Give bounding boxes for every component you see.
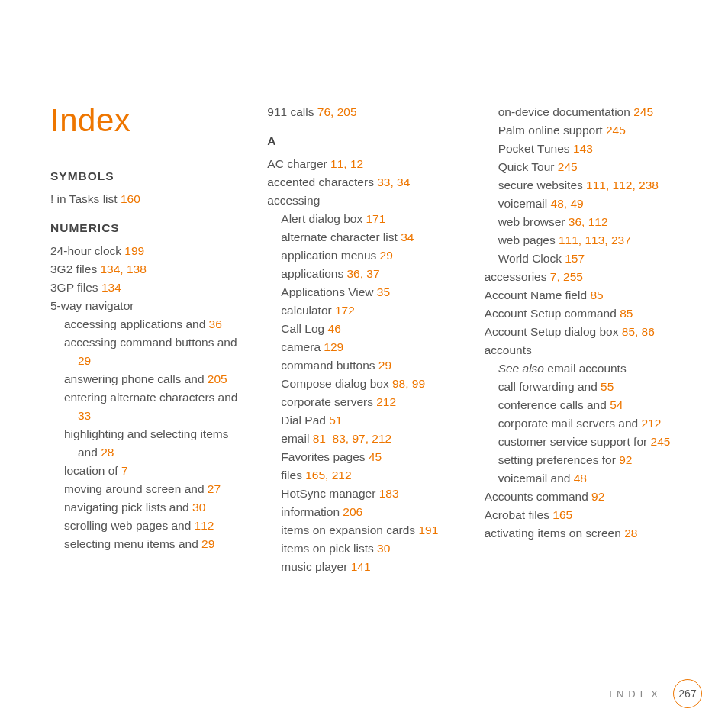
page-link[interactable]: 36, 112 [569,215,608,228]
entry-3g2: 3G2 files 134, 138 [50,260,248,279]
sub-call-log: Call Log 46 [281,320,465,338]
page-number: 267 [678,688,696,700]
page-link[interactable]: 29 [78,354,91,367]
page-link[interactable]: 160 [121,192,140,205]
page-link[interactable]: 29 [380,249,393,262]
page-link[interactable]: 35 [377,285,390,298]
entry-accounts-cmd: Accounts command 92 [485,488,682,506]
entry-5way: 5-way navigator [50,297,248,315]
page-link[interactable]: 7 [121,464,128,477]
title-rule [50,150,134,150]
page-link[interactable]: 143 [573,142,593,155]
page-link[interactable]: 29 [201,537,214,550]
sub-setting-prefs: setting preferences for 92 [498,451,682,469]
sub-answering-phone: answering phone calls and 205 [64,370,248,388]
page-link[interactable]: 28 [624,527,637,540]
sub-entering-alt: entering alternate characters and 33 [64,388,248,425]
sub-calculator: calculator 172 [281,301,465,320]
sub-selecting-menu: selecting menu items and 29 [64,535,248,553]
page-link[interactable]: 30 [192,501,205,514]
page-link[interactable]: 245 [606,124,626,137]
page-link[interactable]: 134, 138 [100,263,146,275]
sub-dial-pad: Dial Pad 51 [281,411,465,430]
page-link[interactable]: 183 [379,487,399,500]
footer-label: INDEX [609,688,662,700]
page-link[interactable]: 36, 37 [347,267,380,280]
column-2: 911 calls 76, 205 A AC charger 11, 12 ac… [267,95,465,576]
page-title: Index [50,95,248,145]
page-link[interactable]: 45 [369,450,382,463]
page-link[interactable]: 212 [376,395,396,408]
page-link[interactable]: 36 [209,317,222,330]
sub-pocket-tunes: Pocket Tunes 143 [498,140,682,158]
page-link[interactable]: 112 [195,519,214,532]
entry-activating: activating items on screen 28 [485,524,682,543]
page-link[interactable]: 171 [366,212,385,225]
section-head-numerics: NUMERICS [50,219,248,237]
page-link[interactable]: 129 [324,340,343,353]
entry-account-setup-cmd: Account Setup command 85 [485,304,682,323]
sub-information: information 206 [281,503,465,521]
sub-location: location of 7 [64,462,248,480]
page-link[interactable]: 11, 12 [330,157,363,170]
page-link[interactable]: 141 [351,560,371,573]
page-link[interactable]: 7, 255 [550,270,583,283]
page-link[interactable]: 30 [377,542,390,555]
sub-compose-dialog: Compose dialog box 98, 99 [281,375,465,393]
page-link[interactable]: 55 [601,380,614,393]
page-link[interactable]: 212 [641,417,661,430]
entry-ac-charger: AC charger 11, 12 [267,155,465,173]
page-link[interactable]: 206 [343,505,362,518]
page-link[interactable]: 92 [591,490,604,503]
sub-call-forwarding: call forwarding and 55 [498,378,682,396]
page-link[interactable]: 199 [124,244,144,257]
sub-accessing-apps: accessing applications and 36 [64,315,248,333]
page-link[interactable]: 33 [78,409,91,422]
sub-palm-support: Palm online support 245 [498,121,682,140]
entry-account-name: Account Name field 85 [485,286,682,304]
page-link[interactable]: 85, 86 [622,325,655,338]
page-link[interactable]: 134 [101,281,121,294]
page-link[interactable]: 157 [565,252,585,265]
page-number-circle: 267 [673,679,702,708]
sub-web-pages: web pages 111, 113, 237 [498,231,682,250]
page-link[interactable]: 165 [552,508,572,521]
page-link[interactable]: 28 [101,446,114,459]
sub-camera: camera 129 [281,338,465,356]
sub-quick-tour: Quick Tour 245 [498,158,682,176]
page-link[interactable]: 191 [418,523,438,536]
page-link[interactable]: 46 [328,322,341,335]
page-link[interactable]: 245 [651,435,671,448]
sub-voicemail-and: voicemail and 48 [498,469,682,488]
page-link[interactable]: 85 [620,307,633,320]
page-link[interactable]: 111, 113, 237 [559,234,631,246]
sub-applications: applications 36, 37 [281,265,465,283]
page-link[interactable]: 48 [574,472,587,485]
page-link[interactable]: 51 [329,414,342,427]
sub-moving-screen: moving around screen and 27 [64,480,248,498]
page-link[interactable]: 165, 212 [305,469,351,482]
index-page: Index SYMBOLS ! in Tasks list 160 NUMERI… [0,0,728,576]
sub-hotsync: HotSync manager 183 [281,485,465,503]
page-link[interactable]: 205 [208,372,227,385]
sub-files: files 165, 212 [281,466,465,485]
page-link[interactable]: 111, 112, 238 [586,179,659,192]
sub-pick-lists: items on pick lists 30 [281,540,465,558]
page-link[interactable]: 85 [590,288,603,301]
sub-email: email 81–83, 97, 212 [281,430,465,448]
page-link[interactable]: 34 [401,230,414,243]
page-link[interactable]: 172 [335,304,355,317]
sub-accessing-cmd: accessing command buttons and 29 [64,333,248,370]
page-link[interactable]: 54 [610,398,623,411]
entry-3gp: 3GP files 134 [50,279,248,297]
page-link[interactable]: 92 [619,453,632,466]
page-link[interactable]: 29 [378,359,391,372]
page-link[interactable]: 245 [558,160,578,173]
page-link[interactable]: 81–83, 97, 212 [313,432,391,445]
page-link[interactable]: 98, 99 [392,377,425,390]
page-link[interactable]: 76, 205 [317,105,357,118]
page-link[interactable]: 27 [208,482,221,495]
page-link[interactable]: 48, 49 [551,197,584,210]
page-link[interactable]: 245 [633,105,653,118]
page-link[interactable]: 33, 34 [377,176,410,188]
